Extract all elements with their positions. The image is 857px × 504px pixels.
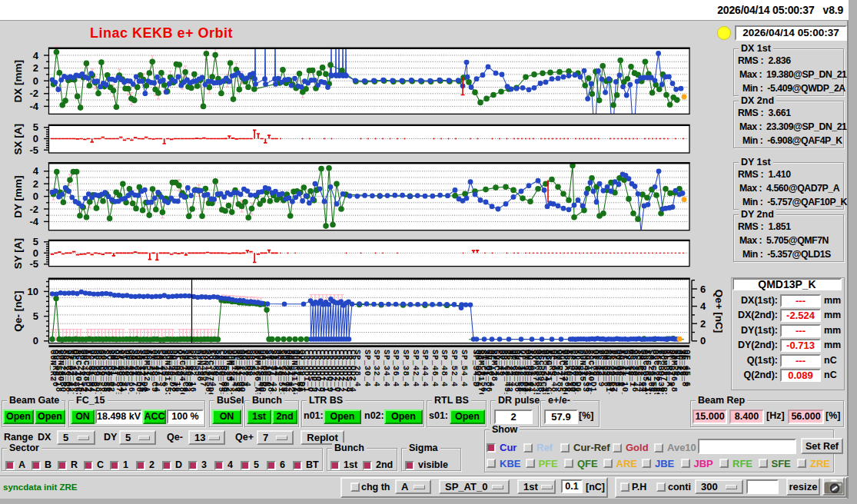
svg-text:-5: -5: [29, 258, 38, 270]
svg-text:-2: -2: [29, 204, 38, 215]
svg-text:SP_36_4: SP_36_4: [391, 350, 400, 387]
svg-text:SX [A]: SX [A]: [12, 124, 24, 155]
svg-text:-4: -4: [29, 216, 38, 227]
svg-text:Qe+ [nC]: Qe+ [nC]: [713, 290, 722, 333]
svg-text:2: 2: [33, 178, 38, 190]
svg-text:0: 0: [33, 191, 38, 202]
svg-text:0: 0: [33, 75, 38, 87]
svg-text:SY [A]: SY [A]: [12, 238, 24, 269]
svg-text:SP_28_4: SP_28_4: [353, 350, 362, 387]
svg-text:0: 0: [33, 133, 38, 144]
svg-text:SP_46_4: SP_46_4: [430, 350, 440, 387]
svg-text:SP_52_4: SP_52_4: [450, 350, 459, 387]
svg-text:-4: -4: [29, 101, 38, 112]
svg-text:0: 0: [700, 335, 706, 346]
svg-text:2: 2: [33, 62, 38, 74]
svg-text:4: 4: [33, 165, 39, 177]
svg-text:SP_42_4: SP_42_4: [411, 350, 420, 387]
svg-text:DY [mm]: DY [mm]: [12, 176, 24, 218]
svg-text:QF_45_6: QF_45_6: [683, 350, 692, 387]
svg-text:0: 0: [33, 335, 38, 346]
svg-text:SP_30_4: SP_30_4: [363, 350, 372, 387]
svg-text:SP_48_4: SP_48_4: [440, 350, 449, 387]
svg-text:0: 0: [33, 247, 38, 259]
svg-text:SP_44_4: SP_44_4: [420, 350, 430, 387]
svg-text:4: 4: [33, 50, 39, 61]
svg-text:5: 5: [33, 236, 38, 247]
svg-text:6: 6: [700, 284, 706, 295]
svg-text:-2: -2: [29, 88, 38, 99]
svg-text:5: 5: [33, 310, 38, 322]
svg-text:SP_32_4: SP_32_4: [372, 350, 381, 387]
svg-text:2: 2: [700, 318, 706, 330]
svg-text:Qe- [nC]: Qe- [nC]: [12, 290, 24, 331]
svg-text:-5: -5: [29, 144, 38, 156]
svg-text:SP_54_4: SP_54_4: [460, 350, 469, 387]
svg-text:SP_34_4: SP_34_4: [382, 350, 391, 387]
svg-text:10: 10: [28, 286, 38, 297]
svg-text:SP_38_4: SP_38_4: [401, 350, 410, 387]
svg-text:5: 5: [33, 121, 38, 133]
svg-text:4: 4: [700, 300, 706, 312]
svg-text:DX [mm]: DX [mm]: [12, 60, 24, 103]
